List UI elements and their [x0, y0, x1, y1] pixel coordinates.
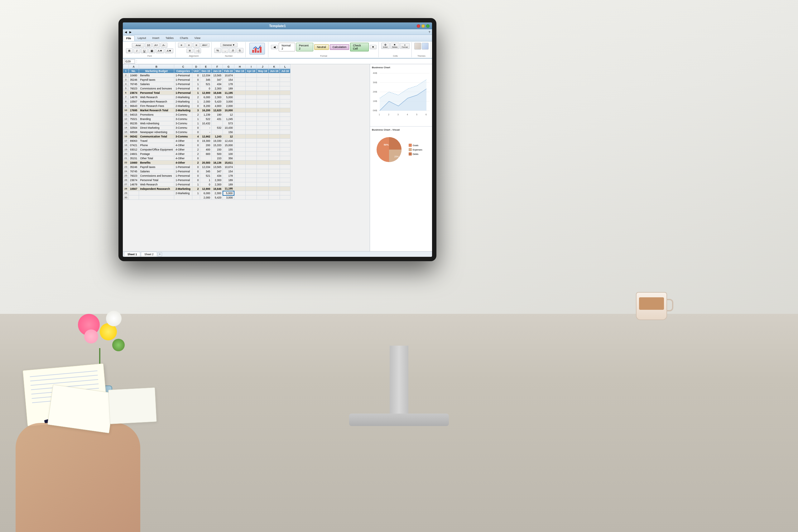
cell-style-check[interactable]: Check Cell [350, 43, 368, 52]
col-header-A[interactable]: A [129, 64, 139, 69]
col-header-I[interactable]: I [246, 64, 257, 69]
svg-marker-15 [380, 79, 426, 111]
table-row-subtotal: 22 10460Benefits4-Other2 20,58316,13615,… [123, 160, 290, 165]
pie-chart-title: Business Chart - Visual [372, 128, 430, 131]
bold-button[interactable]: B [126, 48, 133, 53]
border-button[interactable]: ▦ [148, 48, 155, 53]
line-chart-container: Business Chart 4M$ 3M$ 2M$ 1M$ 0M$ [370, 64, 432, 127]
col-header-G[interactable]: G [223, 64, 234, 69]
svg-rect-1 [255, 48, 256, 53]
cell-1-A[interactable]: No. [129, 69, 139, 73]
table-row: 23 35246Payroll taxes1-Personnal0 12,034… [123, 165, 290, 169]
table-row-subtotal: 28 10567Independent Reasearch2-Marketing… [123, 187, 290, 191]
comma-btn[interactable]: , [222, 48, 228, 53]
tab-file[interactable]: File [123, 36, 135, 41]
indent[interactable]: →| [194, 48, 201, 53]
cell-style-percent2[interactable]: Percent 2 [296, 43, 313, 52]
col-header-H[interactable]: H [234, 64, 245, 69]
cell-style-calculation[interactable]: Calculation [330, 44, 349, 50]
cell-1-H[interactable]: Mar-16 [234, 69, 245, 73]
col-header-E[interactable]: E [200, 64, 212, 69]
combo-chart-btn[interactable] [249, 43, 265, 55]
pie-chart-container: Business Chart - Visual [370, 127, 432, 183]
tab-tables[interactable]: Tables [163, 36, 177, 41]
table-row: 5 76023Commissions and bonuses1-Personna… [123, 86, 290, 91]
cell-1-B[interactable]: Marketing Budget [139, 69, 174, 73]
close-button[interactable] [417, 24, 420, 28]
font-size[interactable]: 10 [145, 43, 152, 48]
pie-chart-body: 50% 25% Goals [372, 132, 430, 167]
cell-reference-input[interactable] [124, 59, 135, 63]
style-prev[interactable]: ◀ [271, 45, 278, 49]
cell-1-E[interactable]: Dec-15 [200, 69, 212, 73]
tab-layout[interactable]: Layout [135, 36, 149, 41]
cell-1-F[interactable]: Jan-16 [212, 69, 223, 73]
percent-btn[interactable]: % [214, 48, 221, 53]
col-header-J[interactable]: J [257, 64, 269, 69]
svg-text:5: 5 [416, 113, 417, 116]
cell-1-K[interactable]: Jun-16 [268, 69, 280, 73]
align-center[interactable]: ≡ [186, 43, 192, 48]
fill-color-button[interactable]: A▼ [156, 48, 164, 53]
ribbon: Arial 10 A+ A- B I U ▦ A▼ A▼ Font [123, 41, 432, 59]
col-header-D[interactable]: D [192, 64, 200, 69]
spreadsheet-grid: A B C D E F G H I J K L [123, 64, 290, 200]
table-row: 19 93012Computer/Office Equipment4-Other… [123, 147, 290, 152]
font-shrink[interactable]: A- [160, 43, 167, 48]
formula-input[interactable] [138, 59, 431, 63]
underline-button[interactable]: U [141, 48, 148, 53]
maximize-button[interactable] [426, 24, 430, 28]
svg-text:2M$: 2M$ [373, 91, 377, 93]
svg-text:1M$: 1M$ [373, 100, 377, 102]
col-header-C[interactable]: C [174, 64, 192, 69]
add-sheet-button[interactable]: + [158, 252, 162, 256]
table-row: 20 24601Postage4-Other2 683500100 [123, 152, 290, 156]
col-header-K[interactable]: K [268, 64, 280, 69]
cells-label: Cells [393, 55, 398, 57]
font-selector[interactable]: Arial [132, 43, 144, 48]
font-grow[interactable]: A+ [152, 43, 159, 48]
sheet-tab-1[interactable]: Sheet 1 [124, 252, 140, 256]
align-right[interactable]: ≡ [193, 43, 200, 48]
theme-a[interactable] [414, 43, 421, 50]
col-header-L[interactable]: L [280, 64, 290, 69]
nav-forward-icon[interactable]: ▶ [129, 31, 132, 34]
delete-cell[interactable]: ✖ Delete [390, 43, 399, 49]
tab-charts[interactable]: Charts [177, 36, 191, 41]
font-color-button[interactable]: A▼ [165, 48, 173, 53]
spreadsheet-app: Template1 ◀ ▶ ? File Layout Insert Table… [123, 22, 432, 257]
merge-cells[interactable]: ⊞ [186, 49, 193, 53]
wrap-text[interactable]: abc↵ [201, 43, 209, 48]
insert-cell[interactable]: ➕ Insert [381, 43, 390, 49]
cell-1-C[interactable]: Categories [174, 69, 192, 73]
grid-scroll[interactable]: A B C D E F G H I J K L [123, 64, 370, 251]
format-cell[interactable]: ≡ Format [400, 43, 410, 49]
align-left[interactable]: ≡ [178, 43, 185, 48]
number-format[interactable]: General ▼ [221, 43, 238, 48]
svg-rect-3 [260, 47, 262, 53]
sheet-tab-2[interactable]: Sheet 2 [141, 252, 157, 256]
monitor-screen: Template1 ◀ ▶ ? File Layout Insert Table… [123, 22, 432, 257]
table-row: 14 32564Direct Marketing3-Commu0 -53210,… [123, 126, 290, 130]
increase-dec[interactable]: .0 [229, 48, 236, 53]
nav-back-icon[interactable]: ◀ [125, 31, 127, 34]
cell-1-J[interactable]: May-16 [257, 69, 269, 73]
cell-1-L[interactable]: Jul-16 [280, 69, 290, 73]
svg-text:3: 3 [397, 113, 399, 116]
col-header-B[interactable]: B [139, 64, 174, 69]
nav-help-icon[interactable]: ? [429, 31, 430, 34]
theme-b[interactable] [422, 43, 429, 50]
tab-view[interactable]: View [191, 36, 204, 41]
tab-insert[interactable]: Insert [149, 36, 163, 41]
col-header-F[interactable]: F [212, 64, 223, 69]
cell-1-D[interactable]: Unit [192, 69, 200, 73]
cell-1-I[interactable]: Apr-16 [246, 69, 257, 73]
format-label: Format [320, 55, 327, 57]
decrease-dec[interactable]: 0. [236, 48, 244, 53]
cell-1-G[interactable]: Feb-16 [223, 69, 234, 73]
italic-button[interactable]: I [133, 48, 140, 53]
minimize-button[interactable] [421, 24, 425, 28]
more-styles[interactable]: ▼ [370, 45, 377, 49]
cell-style-normal2[interactable]: Normal 2 [279, 43, 295, 52]
cell-style-neutral[interactable]: Neutral [314, 44, 329, 50]
